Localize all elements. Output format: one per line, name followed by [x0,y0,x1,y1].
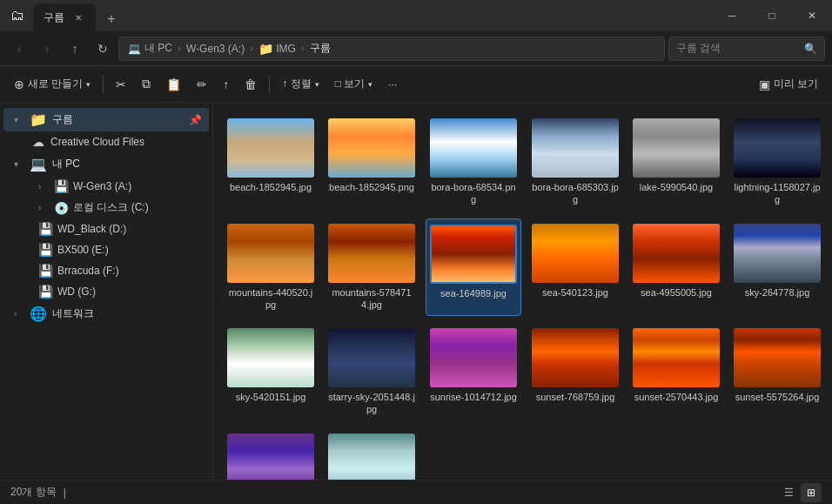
sidebar-item-creative-cloud[interactable]: ☁ Creative Cloud Files [3,131,209,152]
more-button[interactable]: ··· [381,75,404,94]
cut-button[interactable]: ✂ [109,74,133,95]
sidebar-item-w-gen3[interactable]: › 💾 W-Gen3 (A:) [3,176,209,197]
tab-label: 구름 [44,10,64,25]
toolbar-sep-2 [269,76,270,93]
window-icon: 🗂 [10,8,26,24]
file-item-lake[interactable]: lake-5990540.jpg [629,113,723,212]
sidebar: ▾ 📁 구름 📌 ☁ Creative Cloud Files ▾ 💻 내 PC… [0,103,213,480]
file-item-mountains1[interactable]: mountains-440520.jpg [224,218,318,317]
preview-button[interactable]: ▣ 미리 보기 [752,73,825,95]
sidebar-item-brracuda[interactable]: 💾 Brracuda (F:) [3,260,209,281]
file-item-starry[interactable]: starry-sky-2051448.jpg [325,323,419,421]
more-label: ··· [388,78,397,91]
close-button[interactable]: ✕ [792,0,832,31]
new-dropdown-icon: ▾ [86,80,91,89]
sidebar-item-wd-g[interactable]: 💾 WD (G:) [3,281,209,302]
file-item-beach2[interactable]: beach-1852945.png [325,113,419,212]
file-name-sea164: sea-164989.jpg [440,287,507,299]
file-item-sunset557[interactable]: sunset-5575264.jpg [730,323,824,421]
paste-icon: 📋 [166,77,181,91]
file-thumbnail-sunrise [430,328,517,387]
file-item-sunset768[interactable]: sunset-768759.jpg [528,323,622,421]
sidebar-item-wd-black[interactable]: 💾 WD_Black (D:) [3,218,209,239]
file-item-bora2[interactable]: bora-bora-685303.jpg [528,113,622,212]
chevron-right-icon: › [14,309,24,319]
sort-button[interactable]: ↑ 정렬 ▾ [275,73,325,95]
file-thumbnail-sea495 [633,224,720,283]
search-bar[interactable]: 구름 검색 🔍 [668,37,825,61]
pin-icon: 📌 [189,114,202,126]
address-current: 구름 [310,41,331,56]
list-view-button[interactable]: ☰ [778,483,799,502]
minimize-button[interactable]: ─ [712,0,752,31]
maximize-button[interactable]: □ [752,0,792,31]
file-content: beach-1852945.jpgbeach-1852945.pngbora-b… [213,103,832,480]
active-tab[interactable]: 구름 ✕ [33,3,96,31]
files-grid: beach-1852945.jpgbeach-1852945.pngbora-b… [224,113,822,480]
sidebar-item-bx500[interactable]: 💾 BX500 (E:) [3,239,209,260]
file-item-sky264[interactable]: sky-264778.jpg [730,218,824,317]
sidebar-item-my-pc[interactable]: ▾ 💻 내 PC [3,152,209,176]
file-item-beach1[interactable]: beach-1852945.jpg [224,113,318,212]
file-thumbnail-beach2 [328,118,415,178]
nav-bar: ‹ › ↑ ↻ 💻 내 PC › W-Gen3 (A:) › 📁IMG › 구름… [0,31,832,66]
file-thumbnail-sea540 [532,224,619,283]
file-item-sunset257[interactable]: sunset-2570443.jpg [629,323,723,421]
file-item-bora1[interactable]: bora-bora-68534.png [426,113,521,212]
new-button[interactable]: ⊕ 새로 만들기 ▾ [7,73,97,95]
file-thumbnail-sunset257 [633,328,720,387]
file-name-sunrise: sunrise-1014712.jpg [430,391,517,403]
file-name-sea540: sea-540123.jpg [542,286,608,299]
search-icon: 🔍 [804,43,817,55]
tab-close-button[interactable]: ✕ [71,10,85,24]
address-part-3: 📁IMG [258,42,296,56]
file-item-lightning[interactable]: lightning-1158027.jpg [730,113,824,212]
drive-d-icon: 💾 [38,222,52,236]
share-button[interactable]: ↑ [216,74,236,95]
rename-button[interactable]: ✏ [190,74,214,95]
sidebar-my-pc-label: 내 PC [52,157,80,171]
file-item-sea164[interactable]: sea-164989.jpg [426,218,521,317]
file-item-sky542[interactable]: sky-5420151.jpg [224,323,318,421]
sidebar-w-gen3-label: W-Gen3 (A:) [73,180,131,192]
sidebar-item-local-c[interactable]: › 💿 로컬 디스크 (C:) [3,197,209,218]
sidebar-item-network[interactable]: › 🌐 네트워크 [3,302,209,326]
file-item-water[interactable]: water-373780.jpg [325,428,419,480]
address-computer-icon: 💻 [128,43,141,55]
view-dropdown-icon: ▾ [368,80,372,89]
refresh-button[interactable]: ↻ [91,37,115,61]
folder-icon: 📁 [30,111,47,128]
sidebar-pinned-folder[interactable]: ▾ 📁 구름 📌 [3,108,209,131]
file-thumbnail-mountains2 [328,224,415,283]
status-bar: 20개 항목 | ☰ ⊞ [0,480,832,504]
up-button[interactable]: ↑ [63,37,87,61]
file-name-mountains1: mountains-440520.jpg [227,286,314,312]
file-thumbnail-sky542 [227,328,314,387]
file-item-sunrise[interactable]: sunrise-1014712.jpg [426,323,521,421]
chevron-right-icon: › [38,203,49,212]
address-sep-1: › [178,43,181,55]
file-item-thunder[interactable]: thunderstorm-3625405.jpg [224,428,318,480]
item-count: 20개 항목 [10,485,57,500]
grid-view-button[interactable]: ⊞ [801,483,822,502]
file-name-beach2: beach-1852945.png [329,181,414,193]
file-item-mountains2[interactable]: mountains-5784714.jpg [325,218,419,317]
file-name-sunset257: sunset-2570443.jpg [634,391,719,403]
file-thumbnail-sea164 [430,225,517,284]
drive-f-icon: 💾 [38,264,52,278]
delete-button[interactable]: 🗑 [238,74,264,95]
file-thumbnail-mountains1 [227,224,314,283]
new-tab-button[interactable]: + [99,7,124,31]
view-button[interactable]: □ 보기 ▾ [328,73,380,95]
file-item-sea495[interactable]: sea-4955005.jpg [629,218,723,317]
sidebar-brracuda-label: Brracuda (F:) [57,265,119,277]
forward-button[interactable]: › [35,37,59,61]
preview-icon: ▣ [759,77,770,91]
status-separator: | [64,487,66,499]
address-part-2: W-Gen3 (A:) [186,43,245,55]
address-bar[interactable]: 💻 내 PC › W-Gen3 (A:) › 📁IMG › 구름 [118,37,665,61]
copy-button[interactable]: ⧉ [135,73,158,95]
back-button[interactable]: ‹ [7,37,31,61]
paste-button[interactable]: 📋 [159,74,188,95]
file-item-sea540[interactable]: sea-540123.jpg [528,218,622,317]
